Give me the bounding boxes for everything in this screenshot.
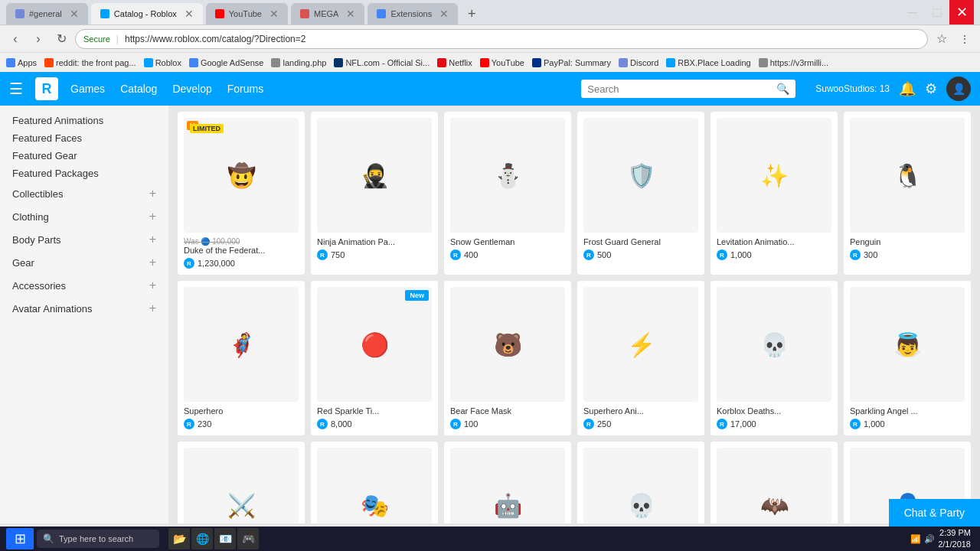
item-placeholder: 🎭 xyxy=(317,448,432,523)
bookmark-youtube[interactable]: YouTube xyxy=(480,58,524,67)
catalog-item[interactable]: 💀 Korblox Deaths... R 17,000 xyxy=(710,281,838,435)
chat-party-button[interactable]: Chat & Party xyxy=(889,499,980,527)
minimize-btn[interactable]: ─ xyxy=(900,0,925,24)
item-image: ⛄ xyxy=(450,118,565,233)
sidebar-category-clothing[interactable]: Clothing+ xyxy=(0,205,168,228)
back-btn[interactable]: ‹ xyxy=(6,30,24,48)
tab-extensions[interactable]: Extensions ✕ xyxy=(368,3,458,24)
bookmark-google-adsense[interactable]: Google AdSense xyxy=(189,58,264,67)
search-input[interactable] xyxy=(587,83,776,95)
nav-link-catalog[interactable]: Catalog xyxy=(120,83,157,95)
tab-close-catalog[interactable]: ✕ xyxy=(185,8,194,20)
tab-youtube[interactable]: YouTube ✕ xyxy=(206,3,288,24)
tab-catalog[interactable]: Catalog - Roblox ✕ xyxy=(91,3,203,24)
price-value: 1,000 xyxy=(730,250,752,259)
forward-btn[interactable]: › xyxy=(29,30,47,48)
bookmark-https---v3rmilli---[interactable]: https://v3rmilli... xyxy=(759,58,828,67)
sidebar-sub-featured-packages[interactable]: Featured Packages xyxy=(0,165,168,182)
close-btn[interactable]: ✕ xyxy=(949,0,974,24)
catalog-item[interactable]: 🥷 Ninja Animation Pa... R 750 xyxy=(311,112,438,275)
address-bar-row: ‹ › ↻ Secure | https://www.roblox.com/ca… xyxy=(0,24,980,52)
catalog-item[interactable]: 🦇 Beautiful Hair f... R 95 xyxy=(710,442,838,523)
taskbar-app-2[interactable]: 🌐 xyxy=(191,528,213,549)
sidebar-category-collectibles[interactable]: Collectibles+ xyxy=(0,182,168,205)
sidebar-sub-featured-faces[interactable]: Featured Faces xyxy=(0,129,168,147)
search-icon[interactable]: 🔍 xyxy=(776,83,789,95)
bookmark-apps[interactable]: Apps xyxy=(6,58,37,67)
start-button[interactable]: ⊞ xyxy=(6,528,34,549)
menu-btn[interactable]: ⋮ xyxy=(956,30,974,48)
tab-close-youtube[interactable]: ✕ xyxy=(270,8,279,20)
notifications-icon[interactable]: 🔔 xyxy=(899,80,916,97)
bookmark-paypal--summary[interactable]: PayPal: Summary xyxy=(532,58,611,67)
item-name: Snow Gentleman xyxy=(450,237,565,246)
tab-general[interactable]: #general ✕ xyxy=(6,3,88,24)
roblox-logo[interactable]: R xyxy=(35,77,58,100)
item-image: ⚔️ xyxy=(184,448,299,523)
avatar[interactable]: 👤 xyxy=(946,77,971,101)
refresh-btn[interactable]: ↻ xyxy=(52,30,70,48)
catalog-item[interactable]: ✨ Levitation Animatio... R 1,000 xyxy=(710,112,838,275)
sidebar: Featured AnimationsFeatured FacesFeature… xyxy=(0,106,168,523)
nav-link-forums[interactable]: Forums xyxy=(227,83,263,95)
maximize-btn[interactable]: □ xyxy=(925,0,949,24)
sidebar-category-label: Collectibles xyxy=(12,188,63,200)
tab-bar: #general ✕ Catalog - Roblox ✕ YouTube ✕ … xyxy=(6,0,897,24)
item-image: 🤖 xyxy=(450,448,565,523)
price-value: 1,230,000 xyxy=(198,259,235,268)
bookmark-roblox[interactable]: Roblox xyxy=(144,58,181,67)
sidebar-sub-featured-animations[interactable]: Featured Animations xyxy=(0,112,168,129)
catalog-item[interactable]: ⚔️ Classic Swordp... R 150 xyxy=(178,442,305,523)
address-bar[interactable]: Secure | https://www.roblox.com/catalog/… xyxy=(75,29,928,49)
catalog-item[interactable]: 🎭 Cartoony Anim... R 250 xyxy=(311,442,438,523)
bookmark-landing-php[interactable]: landing.php xyxy=(271,58,326,67)
tab-label-youtube: YouTube xyxy=(229,9,262,18)
catalog-item[interactable]: LIMITED U 🤠 Was 🔵 100,000 Duke of the Fe… xyxy=(178,112,305,275)
bookmark-rbx-place-loading[interactable]: RBX.Place Loading xyxy=(666,58,750,67)
item-name: Superhero xyxy=(184,406,299,416)
sidebar-sub-featured-gear[interactable]: Featured Gear xyxy=(0,147,168,165)
catalog-item[interactable]: 🛡️ Frost Guard General R 500 xyxy=(577,112,704,275)
nav-link-develop[interactable]: Develop xyxy=(172,83,211,95)
item-placeholder: ⚡ xyxy=(583,287,698,402)
catalog-item[interactable]: ⚡ Superhero Ani... R 250 xyxy=(577,281,704,435)
catalog-item[interactable]: ⛄ Snow Gentleman R 400 xyxy=(444,112,571,275)
sidebar-category-body-parts[interactable]: Body Parts+ xyxy=(0,228,168,251)
taskbar-network-icon: 📶 xyxy=(910,534,921,544)
taskbar-app-4[interactable]: 🎮 xyxy=(237,528,259,549)
expand-icon: + xyxy=(149,256,156,269)
catalog-item[interactable]: 🐻 Bear Face Mask R 100 xyxy=(444,281,571,435)
tab-close-mega[interactable]: ✕ xyxy=(346,8,355,20)
sidebar-category-gear[interactable]: Gear+ xyxy=(0,251,168,274)
new-tab-button[interactable]: + xyxy=(461,3,482,24)
bookmark-netflix[interactable]: Netflix xyxy=(437,58,472,67)
catalog-item[interactable]: New 🔴 Red Sparkle Ti... R 8,000 xyxy=(311,281,438,435)
taskbar-search[interactable]: 🔍 Type here to search xyxy=(37,530,159,548)
bookmark-discord[interactable]: Discord xyxy=(619,58,658,67)
bookmark-reddit--the-front-pag---[interactable]: reddit: the front pag... xyxy=(44,58,136,67)
nav-link-games[interactable]: Games xyxy=(70,83,105,95)
catalog-item[interactable]: 👼 Sparkling Angel ... R 1,000 xyxy=(844,281,971,435)
tab-mega[interactable]: MEGA ✕ xyxy=(291,3,364,24)
hamburger-icon[interactable]: ☰ xyxy=(9,80,23,98)
catalog-item[interactable]: 🦸 Superhero R 230 xyxy=(178,281,305,435)
item-placeholder: 🐻 xyxy=(450,287,565,402)
browser-chrome: #general ✕ Catalog - Roblox ✕ YouTube ✕ … xyxy=(0,0,980,72)
star-btn[interactable]: ☆ xyxy=(933,30,951,48)
robux-icon: R xyxy=(450,419,461,429)
taskbar: ⊞ 🔍 Type here to search 📂 🌐 📧 🎮 📶 🔊 2:39… xyxy=(0,527,980,551)
catalog-item[interactable]: 🤖 Robot Animatio... R 80 xyxy=(444,442,571,523)
catalog-item[interactable]: 💀 Skeleton R 500 xyxy=(577,442,704,523)
taskbar-app-1[interactable]: 📂 xyxy=(168,528,190,549)
tab-label-catalog: Catalog - Roblox xyxy=(114,9,177,18)
price-value: 1,000 xyxy=(864,419,885,429)
sidebar-category-accessories[interactable]: Accessories+ xyxy=(0,274,168,297)
bookmark-label: https://v3rmilli... xyxy=(770,58,828,67)
tab-close-general[interactable]: ✕ xyxy=(70,8,79,20)
tab-close-extensions[interactable]: ✕ xyxy=(439,8,449,20)
bookmark-nfl-com---official-si---[interactable]: NFL.com - Official Si... xyxy=(334,58,430,67)
catalog-item[interactable]: 🐧 Penguin R 300 xyxy=(844,112,971,275)
settings-icon[interactable]: ⚙ xyxy=(925,80,937,97)
sidebar-category-avatar-animations[interactable]: Avatar Animations+ xyxy=(0,297,168,320)
taskbar-app-3[interactable]: 📧 xyxy=(214,528,236,549)
